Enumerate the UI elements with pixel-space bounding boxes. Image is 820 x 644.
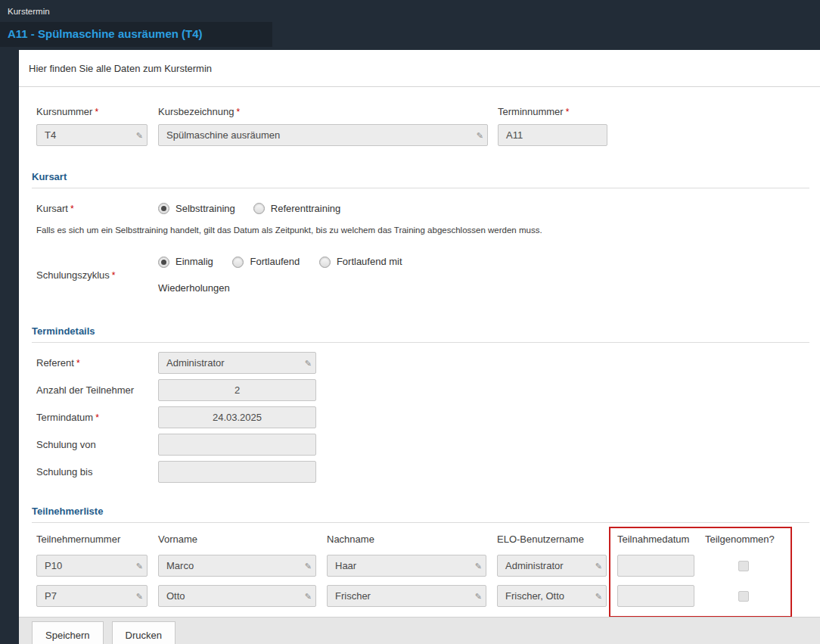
teilnehmernummer-input[interactable]: P7 ✎ xyxy=(36,585,148,607)
intro-divider xyxy=(19,86,820,87)
kursart-section: Kursart Kursart* Selbsttraining Referent… xyxy=(19,171,820,301)
radio-selected-icon[interactable] xyxy=(158,257,169,268)
edit-pencil-icon[interactable]: ✎ xyxy=(477,131,483,139)
termindatum-value: 24.03.2025 xyxy=(213,412,262,423)
vorname-input[interactable]: Otto ✎ xyxy=(158,585,316,607)
edit-pencil-icon[interactable]: ✎ xyxy=(305,592,312,600)
kursbezeichnung-value: Spülmaschine ausräumen xyxy=(166,129,280,141)
vorname-input[interactable]: Marco ✎ xyxy=(158,555,316,577)
cell-value: Frischer, Otto xyxy=(505,590,564,602)
required-marker: * xyxy=(95,107,98,117)
page-title: A11 - Spülmaschine ausräumen (T4) xyxy=(8,27,203,40)
radio-unselected-icon[interactable] xyxy=(232,257,244,268)
cell-value: Haar xyxy=(335,560,356,571)
cell-value: Frischer xyxy=(335,590,371,602)
kursart-radio-group: Selbsttraining Referenttraining xyxy=(158,203,359,214)
save-button[interactable]: Speichern xyxy=(32,621,104,644)
kursnummer-value: T4 xyxy=(45,129,56,141)
teilnehmerliste-section-heading: Teilnehmerliste xyxy=(32,506,820,517)
schulung-bis-label: Schulung bis xyxy=(36,466,158,478)
teilgenommen-cell xyxy=(705,561,796,571)
edit-pencil-icon[interactable]: ✎ xyxy=(305,562,312,570)
radio-selbsttraining[interactable]: Selbsttraining xyxy=(158,203,235,214)
radio-einmalig[interactable]: Einmalig xyxy=(158,256,213,267)
terminnummer-value: A11 xyxy=(506,129,523,141)
kursnummer-input[interactable]: T4 ✎ xyxy=(36,124,148,146)
teilnehmernummer-input[interactable]: P10 ✎ xyxy=(36,555,148,577)
schulungszyklus-label: Schulungszyklus* xyxy=(36,269,158,281)
nachname-input[interactable]: Frischer ✎ xyxy=(327,585,486,607)
column-header-nachname: Nachname xyxy=(327,534,486,546)
edit-pencil-icon[interactable]: ✎ xyxy=(136,562,143,570)
termindatum-row: Termindatum* 24.03.2025 xyxy=(36,406,820,428)
teilgenommen-checkbox[interactable] xyxy=(738,561,749,571)
edit-pencil-icon[interactable]: ✎ xyxy=(136,592,143,600)
termindetails-section: Termindetails Referent* Administrator ✎ … xyxy=(19,325,820,483)
schulung-bis-input[interactable] xyxy=(158,461,316,483)
radio-label: Selbsttraining xyxy=(175,203,235,214)
cell-value: Administrator xyxy=(505,560,564,571)
teilnahmedatum-input[interactable] xyxy=(617,555,694,577)
termindatum-input[interactable]: 24.03.2025 xyxy=(158,406,316,428)
footer-bar: Speichern Drucken xyxy=(19,617,820,644)
kursart-section-heading: Kursart xyxy=(32,171,820,182)
schulungszyklus-radio-group: Einmalig Fortlaufend Fortlaufend mit Wie… xyxy=(158,248,432,301)
kursart-radio-row: Kursart* Selbsttraining Referenttraining xyxy=(36,203,820,214)
edit-pencil-icon[interactable]: ✎ xyxy=(595,562,602,570)
referent-input[interactable]: Administrator ✎ xyxy=(158,352,316,374)
cell-value: Marco xyxy=(166,560,194,571)
teilgenommen-checkbox[interactable] xyxy=(738,591,749,602)
column-header-teilnahmedatum: Teilnahmedatum xyxy=(617,534,694,546)
terminnummer-input[interactable]: A11 xyxy=(498,124,607,146)
radio-referenttraining[interactable]: Referenttraining xyxy=(253,203,341,214)
section-divider xyxy=(32,342,809,343)
main-content: Hier finden Sie alle Daten zum Kurstermi… xyxy=(19,50,820,644)
schulungszyklus-radio-row: Schulungszyklus* Einmalig Fortlaufend Fo… xyxy=(36,248,820,301)
radio-fortlaufend[interactable]: Fortlaufend xyxy=(232,256,300,267)
required-marker: * xyxy=(236,107,240,117)
termindetails-section-heading: Termindetails xyxy=(32,325,820,337)
schulung-von-input[interactable] xyxy=(158,434,316,456)
footer-buttons: Speichern Drucken xyxy=(32,621,820,644)
required-marker: * xyxy=(95,412,99,423)
teilnehmeranzahl-label: Anzahl der Teilnehmer xyxy=(36,384,158,396)
column-header-elo-benutzername: ELO-Benutzername xyxy=(497,534,607,546)
edit-pencil-icon[interactable]: ✎ xyxy=(595,592,602,600)
termindetails-rows: Referent* Administrator ✎ Anzahl der Tei… xyxy=(19,352,820,483)
radio-unselected-icon[interactable] xyxy=(253,203,265,214)
kursbezeichnung-input[interactable]: Spülmaschine ausräumen ✎ xyxy=(158,124,488,146)
breadcrumb: Kurstermin xyxy=(8,7,50,16)
cell-value: Otto xyxy=(166,590,185,602)
schulung-von-label: Schulung von xyxy=(36,439,158,450)
edit-pencil-icon[interactable]: ✎ xyxy=(475,592,482,600)
kursnummer-field-group: Kursnummer* T4 ✎ xyxy=(36,106,148,146)
cell-value: P7 xyxy=(45,590,57,602)
edit-pencil-icon[interactable]: ✎ xyxy=(136,131,143,139)
print-button[interactable]: Drucken xyxy=(112,621,175,644)
teilnehmeranzahl-input[interactable]: 2 xyxy=(158,379,316,401)
participant-table: Teilnehmernummer Vorname Nachname ELO-Be… xyxy=(36,534,820,607)
kursbezeichnung-field-group: Kursbezeichnung* Spülmaschine ausräumen … xyxy=(158,106,488,146)
schulung-von-row: Schulung von xyxy=(36,434,820,456)
termindatum-label: Termindatum* xyxy=(36,412,158,423)
edit-pencil-icon[interactable]: ✎ xyxy=(475,562,482,570)
radio-selected-icon[interactable] xyxy=(158,203,169,214)
elo-benutzername-input[interactable]: Administrator ✎ xyxy=(497,555,607,577)
course-fields-row: Kursnummer* T4 ✎ Kursbezeichnung* Spülma… xyxy=(36,106,820,146)
referent-value: Administrator xyxy=(166,357,225,369)
teilnahmedatum-input[interactable] xyxy=(617,585,694,607)
teilnehmeranzahl-row: Anzahl der Teilnehmer 2 xyxy=(36,379,820,401)
left-strip xyxy=(0,0,19,644)
elo-benutzername-input[interactable]: Frischer, Otto ✎ xyxy=(497,585,607,607)
kursbezeichnung-label: Kursbezeichnung* xyxy=(158,106,488,117)
referent-row: Referent* Administrator ✎ xyxy=(36,352,820,374)
nachname-input[interactable]: Haar ✎ xyxy=(327,555,486,577)
edit-pencil-icon[interactable]: ✎ xyxy=(305,359,312,367)
required-marker: * xyxy=(566,107,570,117)
radio-unselected-icon[interactable] xyxy=(319,257,331,268)
teilnehmerliste-section: Teilnehmerliste Teilnehmernummer Vorname… xyxy=(19,506,820,607)
required-marker: * xyxy=(76,358,80,369)
radio-label: Referenttraining xyxy=(271,203,341,214)
kursnummer-label: Kursnummer* xyxy=(36,106,148,117)
terminnummer-field-group: Terminnummer* A11 xyxy=(498,106,607,146)
